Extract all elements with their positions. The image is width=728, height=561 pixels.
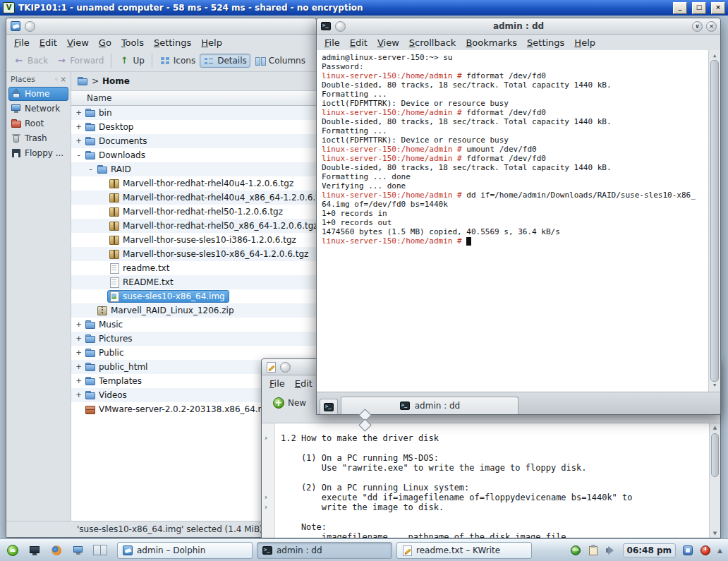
icons-button[interactable]: Icons <box>156 54 199 68</box>
device-notifier-icon[interactable] <box>682 545 693 556</box>
new-document-button[interactable]: New <box>267 395 312 411</box>
expander-plus-icon[interactable]: + <box>74 377 83 385</box>
menu-item-dolphin-go[interactable]: Go <box>94 36 116 49</box>
close-icon[interactable]: × <box>711 2 725 14</box>
expander-plus-icon[interactable]: + <box>74 320 83 329</box>
scrollbar-thumb[interactable] <box>711 433 719 477</box>
back-button[interactable]: Back <box>10 54 51 68</box>
expander-plus-icon[interactable]: + <box>74 349 83 357</box>
forward-button[interactable]: Forward <box>52 54 107 68</box>
menu-item-kwrite-file[interactable]: File <box>265 377 290 390</box>
places-float-icon[interactable]: ◦ <box>54 76 59 83</box>
scroll-down-icon[interactable]: ▼ <box>710 531 720 536</box>
window-menu-button[interactable] <box>335 21 346 32</box>
tree-row[interactable]: Marvell-thor-suse-sles10-i386-1.2.0.6.tg… <box>71 233 316 247</box>
place-item-network[interactable]: Network <box>8 102 68 116</box>
menu-item-konsole-file[interactable]: File <box>320 36 345 49</box>
clock[interactable]: 06:48 pm <box>623 543 676 557</box>
tree-row[interactable]: +Public <box>71 346 316 360</box>
details-button[interactable]: Details <box>200 54 250 68</box>
menu-item-dolphin-file[interactable]: File <box>9 36 35 49</box>
menu-item-dolphin-help[interactable]: Help <box>196 36 227 49</box>
expander-plus-icon[interactable]: + <box>74 391 83 399</box>
tree-row[interactable]: +Documents <box>71 134 316 148</box>
tree-row[interactable]: readme.txt <box>71 261 316 275</box>
terminal-output[interactable]: admin@linux-server-150:~> suPassword:lin… <box>317 50 720 392</box>
menu-item-konsole-edit[interactable]: Edit <box>345 36 372 49</box>
editor-scrollbar[interactable]: ▲ ▼ <box>709 423 720 538</box>
tree-row[interactable]: Marvell-thor-redhat-rhel40u4_x86_64-1.2.… <box>71 191 316 205</box>
tree-row[interactable]: +Pictures <box>71 332 316 346</box>
breadcrumb-home[interactable]: Home <box>102 76 130 86</box>
menu-item-dolphin-view[interactable]: View <box>62 36 94 49</box>
konsole-titlebar[interactable]: admin : dd ∨ × <box>317 18 720 35</box>
tree-row[interactable]: README.txt <box>71 275 316 289</box>
maximize-icon[interactable]: □ <box>692 2 706 14</box>
terminal-line: Verifying ... done <box>322 181 706 191</box>
new-tab-button[interactable] <box>320 399 338 414</box>
column-header-name[interactable]: Name <box>71 90 316 106</box>
expander-minus-icon[interactable]: - <box>86 165 95 174</box>
menu-item-dolphin-settings[interactable]: Settings <box>149 36 196 49</box>
menu-item-konsole-help[interactable]: Help <box>569 36 600 49</box>
volume-icon[interactable] <box>605 545 617 556</box>
scroll-down-icon[interactable]: ▼ <box>709 381 720 390</box>
close-icon[interactable]: × <box>706 21 717 32</box>
tree-row[interactable]: +Desktop <box>71 120 316 134</box>
tree-row[interactable]: Marvell_RAID_Linux_1206.zip <box>71 303 316 318</box>
scrollbar-thumb[interactable] <box>710 60 719 382</box>
shade-icon[interactable]: ∨ <box>692 21 703 32</box>
place-item-trash[interactable]: Trash <box>8 131 68 145</box>
tree-row[interactable]: Marvell-thor-redhat-rhel50_x86_64-1.2.0.… <box>71 219 316 233</box>
clipboard-icon[interactable] <box>588 545 599 556</box>
taskbar-task-dolphin[interactable]: admin – Dolphin <box>117 542 253 559</box>
window-menu-button[interactable] <box>280 362 291 373</box>
expander-plus-icon[interactable]: + <box>74 123 83 131</box>
tree-row[interactable]: Marvell-thor-suse-sles10-x86_64-1.2.0.6.… <box>71 247 316 261</box>
tree-row[interactable]: -Downloads <box>71 148 316 162</box>
taskbar-task-kwrite[interactable]: readme.txt – KWrite <box>396 542 532 559</box>
tree-row[interactable]: +Music <box>71 318 316 332</box>
kmenu-button[interactable] <box>4 541 22 560</box>
panel-hide-icon[interactable]: ▲ <box>717 547 722 554</box>
menu-item-dolphin-edit[interactable]: Edit <box>35 36 62 49</box>
kwrite-editor[interactable]: ››› 1.2 How to make the driver disk (1) … <box>262 423 720 538</box>
expander-plus-icon[interactable]: + <box>74 334 83 343</box>
tree-row[interactable]: -RAID <box>71 162 316 176</box>
tree-row[interactable]: Marvell-thor-redhat-rhel40u4-1.2.0.6.tgz <box>71 176 316 191</box>
places-close-icon[interactable]: × <box>61 76 66 83</box>
network-globe-icon[interactable] <box>570 545 581 556</box>
desktop-pager[interactable] <box>91 541 109 560</box>
computer-launcher[interactable] <box>25 541 44 560</box>
minimize-icon[interactable]: _ <box>673 2 687 14</box>
place-item-floppy[interactable]: Floppy ... <box>8 146 68 160</box>
dolphin-titlebar[interactable] <box>6 18 316 35</box>
taskbar-task-term[interactable]: admin : dd <box>257 542 392 559</box>
tree-row[interactable]: Marvell-thor-redhat-rhel50-1.2.0.6.tgz <box>71 205 316 219</box>
expander-plus-icon[interactable]: + <box>74 137 83 145</box>
scroll-up-icon[interactable]: ▲ <box>710 425 720 430</box>
power-icon[interactable] <box>700 545 711 556</box>
tree-row[interactable]: +bin <box>71 106 316 120</box>
tree-item: Marvell_RAID_Linux_1206.zip <box>95 304 238 317</box>
menu-item-konsole-bookmarks[interactable]: Bookmarks <box>461 36 522 49</box>
place-item-root[interactable]: Root <box>8 116 68 131</box>
menu-item-dolphin-tools[interactable]: Tools <box>116 36 149 49</box>
place-item-home[interactable]: Home <box>8 87 68 101</box>
tree-item-label: readme.txt <box>123 263 169 273</box>
terminal-scrollbar[interactable]: ▲ ▼ <box>708 50 720 392</box>
menu-item-kwrite-edit[interactable]: Edit <box>290 377 317 390</box>
expander-plus-icon[interactable]: + <box>74 363 83 371</box>
window-menu-button[interactable] <box>25 21 35 32</box>
editor-text-area[interactable]: 1.2 How to make the driver disk (1) On a… <box>275 423 720 538</box>
tree-row[interactable]: suse-sles10-x86_64.img <box>71 289 316 303</box>
columns-button[interactable]: Columns <box>251 54 309 68</box>
menu-item-konsole-settings[interactable]: Settings <box>522 36 569 49</box>
firefox-launcher[interactable] <box>47 541 66 560</box>
display-launcher[interactable] <box>69 541 87 560</box>
menu-item-konsole-scrollback[interactable]: Scrollback <box>404 36 461 49</box>
menu-item-konsole-view[interactable]: View <box>372 36 404 49</box>
expander-minus-icon[interactable]: - <box>74 151 83 159</box>
expander-plus-icon[interactable]: + <box>74 109 83 117</box>
up-button[interactable]: Up <box>115 54 147 68</box>
